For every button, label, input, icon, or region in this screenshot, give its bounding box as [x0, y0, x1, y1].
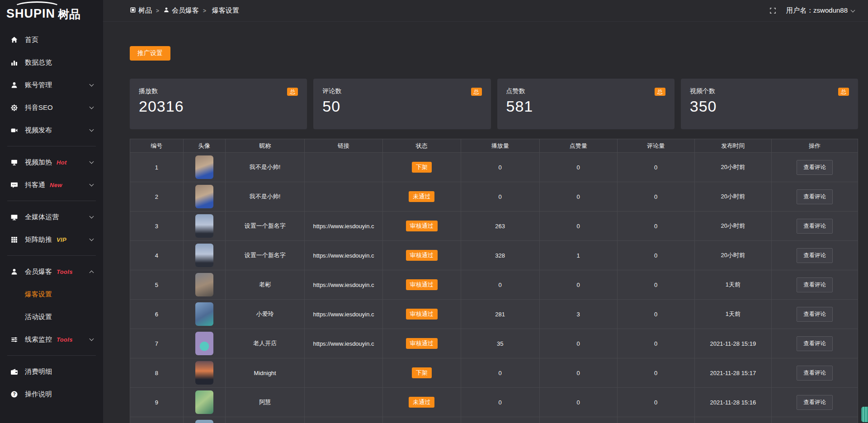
view-comments-button[interactable]: 查看评论: [797, 277, 833, 292]
view-comments-button[interactable]: 查看评论: [797, 366, 833, 381]
view-comments-button[interactable]: 查看评论: [797, 248, 833, 263]
cell-link[interactable]: https://www.iesdouyin.c: [305, 212, 382, 241]
total-badge: 总: [838, 88, 849, 96]
cell-link[interactable]: [305, 388, 382, 417]
cell-plays: 0: [461, 358, 539, 388]
chevron-down-icon: [90, 159, 94, 164]
status-badge: 审核通过: [406, 221, 438, 231]
cell-likes: 0: [539, 270, 617, 300]
cell-link[interactable]: [305, 182, 382, 212]
member-icon: [10, 268, 18, 276]
cell-link[interactable]: https://www.iesdouyin.c: [305, 329, 382, 358]
sidebar-subitem-activity-settings[interactable]: 活动设置: [0, 306, 103, 328]
sliders-icon: [10, 336, 18, 343]
view-comments-button[interactable]: 查看评论: [797, 307, 833, 322]
sidebar-item-data-overview[interactable]: 数据总览: [0, 51, 103, 74]
table-row: 5 老彬 https://www.iesdouyin.c 审核通过 0 0 0 …: [130, 270, 858, 300]
chevron-down-icon: [90, 336, 94, 341]
user-menu[interactable]: 用户名：zswodun88: [786, 6, 854, 15]
status-badge: 审核通过: [406, 250, 438, 261]
cell-plays: 263: [461, 212, 539, 241]
cell-comments: 0: [617, 241, 694, 270]
sidebar-item-consumption-details[interactable]: 消费明细: [0, 360, 103, 383]
vip-badge: VIP: [57, 236, 66, 243]
cell-nickname: 老人开店: [225, 329, 304, 358]
username-text: 用户名：zswodun88: [786, 6, 848, 15]
stat-label: 视频个数: [690, 87, 849, 95]
cell-nickname: 设置一个新名字: [225, 241, 304, 270]
cell-id: 4: [130, 241, 184, 270]
cell-nickname: 小爱玲: [225, 300, 304, 329]
avatar: [195, 302, 213, 326]
logo-text-cn: 树品: [58, 9, 80, 20]
cell-comments: 0: [617, 358, 694, 388]
sidebar-item-omni-media-operation[interactable]: 全媒体运营: [0, 206, 103, 228]
stat-card-videos: 视频个数 350 总: [681, 79, 858, 129]
chevron-up-icon: [90, 270, 94, 275]
sidebar-item-douke-tong[interactable]: 抖客通 New: [0, 174, 103, 196]
sidebar-item-video-heating[interactable]: 视频加热 Hot: [0, 151, 103, 174]
view-comments-button[interactable]: 查看评论: [797, 160, 833, 175]
table-row: 8 Midnight 下架 0 0 0 2021-11-28 15:17 查看评…: [130, 358, 858, 388]
total-badge: 总: [655, 88, 665, 96]
cell-link: [305, 417, 382, 423]
logo: SHUPIN 树品: [0, 0, 103, 22]
col-header-likes: 点赞量: [539, 139, 617, 153]
stat-value: 581: [506, 98, 665, 115]
cell-publish-time: 20小时前: [694, 182, 772, 212]
sidebar-item-video-publish[interactable]: 视频发布: [0, 119, 103, 141]
breadcrumb-item-member-baoke[interactable]: 会员爆客: [163, 6, 199, 15]
table-row: 7 老人开店 https://www.iesdouyin.c 审核通过 35 0…: [130, 329, 858, 358]
fullscreen-icon[interactable]: [769, 7, 776, 14]
grid-icon: [10, 236, 18, 244]
sidebar-item-member-baoke[interactable]: 会员爆客 Tools: [0, 260, 103, 283]
sidebar-subitem-label: 活动设置: [25, 313, 52, 321]
sidebar-subitem-label: 爆客设置: [25, 290, 52, 299]
sidebar-item-account-management[interactable]: 账号管理: [0, 74, 103, 96]
cell-nickname: 设置一个新名字: [225, 212, 304, 241]
breadcrumb-current-page: 爆客设置: [212, 6, 239, 15]
col-header-plays: 播放量: [461, 139, 539, 153]
sidebar-item-label: 视频加热: [25, 158, 52, 167]
sidebar-item-clue-monitoring[interactable]: 线索监控 Tools: [0, 328, 103, 351]
cell-plays: 35: [461, 329, 539, 358]
cell-link[interactable]: [305, 153, 382, 182]
cell-link[interactable]: https://www.iesdouyin.c: [305, 270, 382, 300]
view-comments-button[interactable]: 查看评论: [797, 219, 833, 234]
view-comments-button[interactable]: 查看评论: [797, 336, 833, 351]
cell-plays: 0: [461, 182, 539, 212]
sidebar-item-home[interactable]: 首页: [0, 28, 103, 51]
cell-publish-time: 2021-11-28 15:19: [694, 329, 772, 358]
gear-icon: [10, 104, 18, 112]
sidebar-item-label: 视频发布: [25, 126, 52, 135]
status-badge: 审核通过: [406, 309, 438, 320]
cell-plays: 0: [461, 388, 539, 417]
sidebar-divider: [7, 255, 96, 256]
sidebar-subitem-baoke-settings[interactable]: 爆客设置: [0, 283, 103, 306]
promotion-settings-button[interactable]: 推广设置: [130, 46, 170, 61]
sidebar-item-operation-guide[interactable]: ? 操作说明: [0, 383, 103, 405]
sidebar-item-label: 全媒体运营: [25, 213, 59, 221]
view-comments-button[interactable]: 查看评论: [797, 395, 833, 410]
cell-link[interactable]: https://www.iesdouyin.c: [305, 300, 382, 329]
cell-id: 2: [130, 182, 184, 212]
sidebar-item-label: 线索监控: [25, 335, 52, 344]
bar-chart-icon: [10, 59, 18, 66]
cell-publish-time: 20小时前: [694, 241, 772, 270]
cell-nickname: 老彬: [225, 270, 304, 300]
col-header-avatar: 头像: [183, 139, 225, 153]
sidebar-item-matrix-boost[interactable]: 矩阵助推 VIP: [0, 228, 103, 251]
table-row: 2 我不是小帅! 未通过 0 0 0 20小时前 查看评论: [130, 182, 858, 212]
cell-publish-time: 20小时前: [694, 212, 772, 241]
cell-link[interactable]: https://www.iesdouyin.c: [305, 241, 382, 270]
breadcrumb-item-shupin[interactable]: 树品: [130, 6, 152, 15]
app-icon: [130, 7, 136, 14]
cell-link[interactable]: [305, 358, 382, 388]
hot-badge: Hot: [57, 159, 67, 166]
cell-nickname: [225, 417, 304, 423]
col-header-status: 状态: [382, 139, 461, 153]
view-comments-button[interactable]: 查看评论: [797, 189, 833, 204]
floating-widget[interactable]: [861, 407, 868, 422]
home-icon: [10, 36, 18, 44]
sidebar-item-douyin-seo[interactable]: 抖音SEO: [0, 96, 103, 119]
